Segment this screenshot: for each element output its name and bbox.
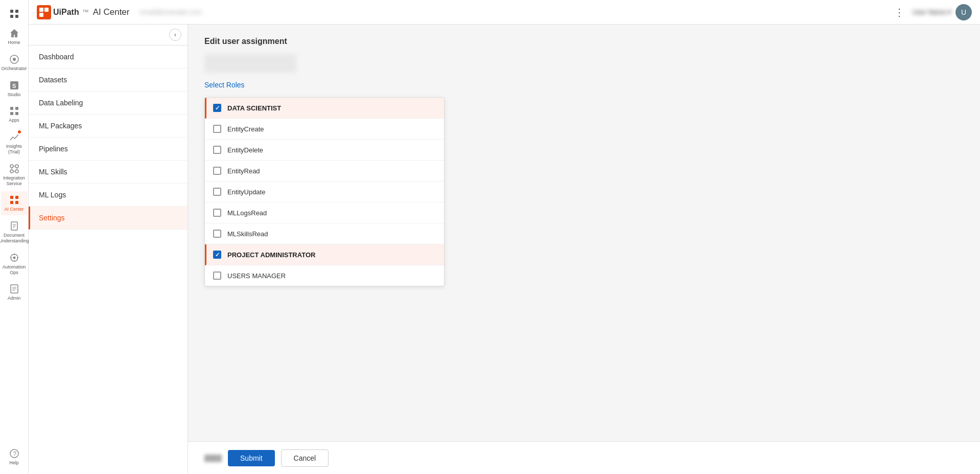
svg-point-13 bbox=[15, 165, 18, 168]
role-item-ml-skills-read[interactable]: MLSkillsRead bbox=[205, 223, 444, 244]
nav-studio[interactable]: S Studio bbox=[1, 77, 28, 101]
svg-rect-37 bbox=[44, 8, 49, 12]
nav-integration-label: IntegrationService bbox=[3, 175, 25, 187]
nav-orchestrator[interactable]: Orchestrator bbox=[1, 51, 28, 75]
nav-aicenter-label: AI Center bbox=[4, 207, 24, 212]
nav-grid-menu[interactable] bbox=[1, 5, 28, 22]
nav-insights[interactable]: Insights(Trial) bbox=[1, 128, 28, 158]
orchestrator-icon bbox=[9, 54, 20, 65]
app-name: AI Center bbox=[93, 7, 130, 17]
role-item-entity-create[interactable]: EntityCreate bbox=[205, 119, 444, 140]
cancel-button[interactable]: Cancel bbox=[281, 449, 329, 467]
select-roles-link[interactable]: Select Roles bbox=[204, 81, 245, 89]
svg-rect-10 bbox=[10, 112, 13, 115]
nav-aicenter[interactable]: AI Center bbox=[1, 191, 28, 215]
svg-rect-1 bbox=[15, 10, 18, 13]
svg-rect-36 bbox=[39, 8, 43, 12]
role-item-entity-delete[interactable]: EntityDelete bbox=[205, 140, 444, 161]
role-checkbox-entity-update[interactable] bbox=[213, 188, 221, 196]
automation-icon bbox=[9, 252, 20, 263]
sidebar-item-datasets[interactable]: Datasets bbox=[29, 69, 188, 92]
user-menu[interactable]: User Name ▾ U bbox=[913, 4, 972, 20]
svg-point-12 bbox=[10, 165, 13, 168]
main-wrapper: UiPath ™ AI Center email@example.com ⋮ U… bbox=[29, 0, 980, 474]
nav-home[interactable]: Home bbox=[1, 25, 28, 49]
nav-apps-label: Apps bbox=[9, 118, 19, 123]
svg-rect-20 bbox=[10, 196, 13, 199]
home-icon bbox=[9, 28, 20, 39]
role-label-users-manager: USERS MANAGER bbox=[227, 272, 286, 280]
studio-icon: S bbox=[9, 80, 20, 91]
role-label-data-scientist: DATA SCIENTIST bbox=[227, 104, 281, 112]
role-item-entity-read[interactable]: EntityRead bbox=[205, 161, 444, 182]
main-content: Edit user assignment Select Roles DATA S… bbox=[188, 25, 980, 474]
sidebar-item-pipelines[interactable]: Pipelines bbox=[29, 138, 188, 161]
svg-rect-22 bbox=[10, 201, 13, 204]
sidebar-item-ml-skills[interactable]: ML Skills bbox=[29, 161, 188, 184]
sidebar-item-data-labeling[interactable]: Data Labeling bbox=[29, 92, 188, 115]
nav-document[interactable]: DocumentUnderstanding bbox=[1, 217, 28, 247]
aicenter-icon bbox=[9, 194, 20, 206]
page-title: Edit user assignment bbox=[204, 37, 964, 46]
svg-point-14 bbox=[10, 170, 13, 173]
sidebar-item-dashboard[interactable]: Dashboard bbox=[29, 46, 188, 69]
nav-help-label: Help bbox=[9, 460, 19, 466]
icon-navigation: Home Orchestrator S Studio bbox=[0, 0, 29, 474]
role-checkbox-entity-delete[interactable] bbox=[213, 146, 221, 154]
role-label-ml-logs-read: MLLogsRead bbox=[227, 209, 267, 217]
role-label-entity-delete: EntityDelete bbox=[227, 146, 263, 154]
user-field bbox=[204, 54, 296, 73]
sidebar-item-ml-logs[interactable]: ML Logs bbox=[29, 184, 188, 207]
roles-dropdown: DATA SCIENTIST EntityCreate EntityDelete bbox=[204, 97, 445, 286]
role-checkbox-data-scientist[interactable] bbox=[213, 104, 221, 112]
tenant-name: email@example.com bbox=[139, 8, 202, 16]
top-header: UiPath ™ AI Center email@example.com ⋮ U… bbox=[29, 0, 980, 25]
nav-automation[interactable]: AutomationOps bbox=[1, 249, 28, 279]
role-label-entity-read: EntityRead bbox=[227, 167, 260, 175]
svg-rect-2 bbox=[10, 15, 13, 18]
nav-studio-label: Studio bbox=[8, 92, 21, 98]
nav-insights-label: Insights(Trial) bbox=[6, 144, 22, 155]
role-checkbox-ml-skills-read[interactable] bbox=[213, 230, 221, 238]
svg-rect-38 bbox=[39, 13, 43, 17]
role-checkbox-entity-create[interactable] bbox=[213, 125, 221, 133]
logo-tm: ™ bbox=[82, 8, 89, 16]
svg-point-15 bbox=[15, 170, 18, 173]
admin-icon bbox=[9, 283, 20, 295]
grid-icon bbox=[9, 8, 20, 19]
nav-admin[interactable]: Admin bbox=[1, 280, 28, 304]
apps-icon bbox=[9, 105, 20, 117]
user-name: User Name ▾ bbox=[913, 8, 951, 16]
role-item-users-manager[interactable]: USERS MANAGER bbox=[205, 265, 444, 286]
footer-blurred-text: ████ bbox=[204, 455, 222, 462]
nav-document-label: DocumentUnderstanding bbox=[0, 233, 29, 244]
sidebar-item-settings[interactable]: Settings bbox=[29, 207, 188, 230]
integration-icon bbox=[9, 163, 20, 174]
sidebar: ‹ Dashboard Datasets Data Labeling ML Pa… bbox=[29, 25, 188, 474]
sidebar-item-ml-packages[interactable]: ML Packages bbox=[29, 115, 188, 138]
nav-integration[interactable]: IntegrationService bbox=[1, 160, 28, 190]
role-checkbox-ml-logs-read[interactable] bbox=[213, 209, 221, 217]
nav-orchestrator-label: Orchestrator bbox=[2, 66, 27, 72]
role-item-project-admin[interactable]: PROJECT ADMINISTRATOR bbox=[205, 244, 444, 265]
submit-button[interactable]: Submit bbox=[228, 450, 275, 466]
insights-icon bbox=[9, 131, 20, 143]
role-checkbox-entity-read[interactable] bbox=[213, 167, 221, 175]
role-item-ml-logs-read[interactable]: MLLogsRead bbox=[205, 202, 444, 223]
collapse-sidebar-button[interactable]: ‹ bbox=[169, 29, 181, 41]
role-item-data-scientist[interactable]: DATA SCIENTIST bbox=[205, 98, 444, 119]
svg-point-5 bbox=[13, 58, 16, 61]
nav-automation-label: AutomationOps bbox=[3, 264, 26, 276]
nav-help[interactable]: ? Help bbox=[1, 445, 28, 469]
role-checkbox-users-manager[interactable] bbox=[213, 272, 221, 280]
role-item-entity-update[interactable]: EntityUpdate bbox=[205, 182, 444, 202]
svg-text:?: ? bbox=[13, 450, 16, 458]
role-checkbox-project-admin[interactable] bbox=[213, 251, 221, 259]
logo-box bbox=[37, 5, 51, 19]
logo-text: UiPath bbox=[53, 8, 79, 17]
more-options-button[interactable]: ⋮ bbox=[892, 4, 906, 20]
content-area: ‹ Dashboard Datasets Data Labeling ML Pa… bbox=[29, 25, 980, 474]
document-icon bbox=[9, 220, 20, 232]
svg-rect-9 bbox=[15, 107, 18, 110]
nav-apps[interactable]: Apps bbox=[1, 102, 28, 126]
